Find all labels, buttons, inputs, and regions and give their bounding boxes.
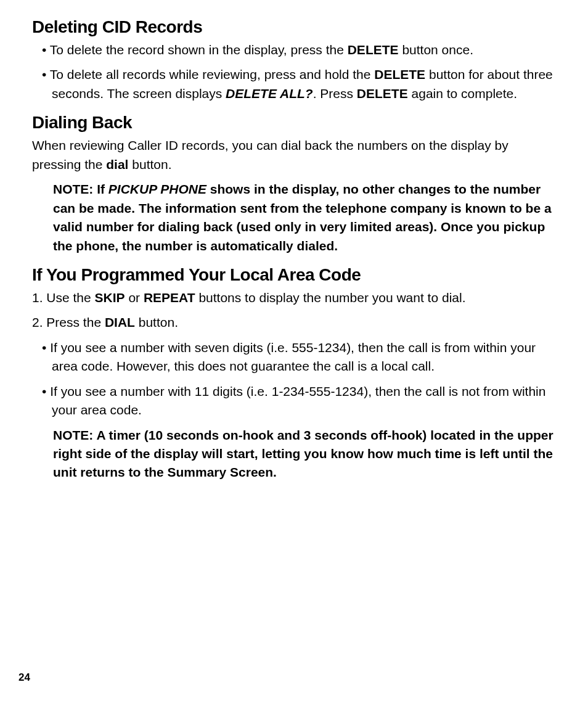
section-heading: Deleting CID Records xyxy=(32,17,556,37)
text-run: NOTE: If xyxy=(53,182,108,196)
section: Dialing BackWhen reviewing Caller ID rec… xyxy=(32,113,556,255)
note-block: NOTE: If PICKUP PHONE shows in the displ… xyxy=(53,180,556,255)
text-run: DELETE xyxy=(357,86,408,101)
text-run: DELETE ALL? xyxy=(226,86,313,101)
text-run: button. xyxy=(135,315,178,329)
bullet-item: To delete the record shown in the displa… xyxy=(32,41,556,59)
text-run: Press the xyxy=(46,315,105,329)
text-run: If you see a number with 11 digits (i.e.… xyxy=(50,384,545,417)
bullet-item: If you see a number with 11 digits (i.e.… xyxy=(32,382,556,420)
text-run: button once. xyxy=(399,43,473,57)
text-run: DELETE xyxy=(374,67,425,81)
bullet-item: To delete all records while reviewing, p… xyxy=(32,65,556,103)
document-page: Deleting CID RecordsTo delete the record… xyxy=(0,0,588,706)
text-run: REPEAT xyxy=(144,290,195,305)
section-heading: If You Programmed Your Local Area Code xyxy=(32,265,556,285)
text-run: To delete all records while reviewing, p… xyxy=(50,67,374,81)
text-run: Use the xyxy=(46,290,94,305)
page-number: 24 xyxy=(18,671,30,684)
text-run: buttons to display the number you want t… xyxy=(195,290,466,305)
section: Deleting CID RecordsTo delete the record… xyxy=(32,17,556,103)
text-run: When reviewing Caller ID records, you ca… xyxy=(32,138,508,171)
text-run: . Press xyxy=(313,86,357,101)
text-run: NOTE: A timer (10 seconds on-hook and 3 … xyxy=(53,428,553,480)
list-number: 2. xyxy=(32,315,46,329)
text-run: If you see a number with seven digits (i… xyxy=(50,340,536,373)
text-run: dial xyxy=(106,157,128,171)
text-run: PICKUP PHONE xyxy=(108,182,206,196)
section: If You Programmed Your Local Area Code1.… xyxy=(32,265,556,482)
text-run: button. xyxy=(128,157,171,171)
text-run: or xyxy=(125,290,144,305)
text-run: DELETE xyxy=(348,43,399,57)
list-number: 1. xyxy=(32,290,46,305)
text-run: again to complete. xyxy=(408,86,517,101)
numbered-item: 1. Use the SKIP or REPEAT buttons to dis… xyxy=(32,289,556,307)
text-run: To delete the record shown in the displa… xyxy=(50,43,348,57)
note-block: NOTE: A timer (10 seconds on-hook and 3 … xyxy=(53,426,556,482)
bullet-item: If you see a number with seven digits (i… xyxy=(32,339,556,376)
paragraph: When reviewing Caller ID records, you ca… xyxy=(32,136,556,174)
text-run: DIAL xyxy=(105,315,135,329)
section-heading: Dialing Back xyxy=(32,113,556,133)
page-content: Deleting CID RecordsTo delete the record… xyxy=(32,17,556,482)
numbered-item: 2. Press the DIAL button. xyxy=(32,313,556,332)
text-run: SKIP xyxy=(95,290,125,305)
